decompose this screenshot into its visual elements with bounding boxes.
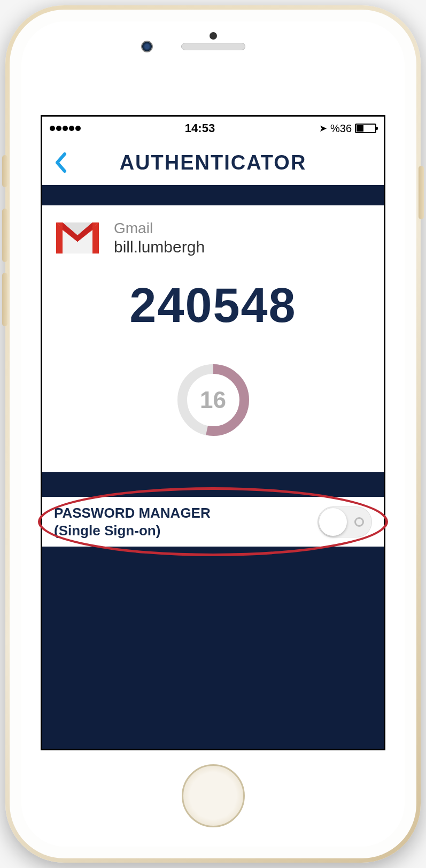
back-button[interactable] [48,149,74,176]
password-manager-label-line2: (Single Sign-on) [54,522,211,540]
countdown-seconds: 16 [173,360,253,440]
divider-band [42,185,384,205]
battery-icon [355,124,376,133]
bottom-area [42,547,384,749]
front-camera [141,41,153,52]
battery-percent: %36 [330,122,352,135]
gmail-icon [54,219,101,257]
volume-down-button [2,273,7,326]
mute-switch [2,155,7,187]
divider-band [42,472,384,497]
location-icon: ➤ [319,122,327,134]
proximity-sensor [210,32,217,40]
password-manager-toggle[interactable] [317,506,372,537]
nav-header: AUTHENTICATOR [42,140,384,185]
volume-up-button [2,209,7,262]
service-name: Gmail [114,220,205,237]
phone-frame: 14:53 ➤ %36 AUTHENTICATOR [5,5,421,863]
password-manager-row: PASSWORD MANAGER (Single Sign-on) [42,497,384,547]
account-card: Gmail bill.lumbergh 240548 16 [42,205,384,472]
password-manager-label-line1: PASSWORD MANAGER [54,504,211,522]
signal-strength-icon [50,126,81,131]
account-username: bill.lumbergh [114,238,205,256]
status-bar: 14:53 ➤ %36 [42,117,384,140]
home-button[interactable] [182,764,245,827]
chevron-left-icon [54,152,68,173]
status-time: 14:53 [185,121,215,135]
screen: 14:53 ➤ %36 AUTHENTICATOR [41,115,385,750]
password-manager-label: PASSWORD MANAGER (Single Sign-on) [54,504,211,539]
page-title: AUTHENTICATOR [42,151,384,174]
toggle-knob [319,508,347,536]
earpiece-speaker [181,43,245,50]
power-button [419,166,424,219]
toggle-off-indicator-icon [354,517,364,527]
countdown-timer: 16 [173,360,253,440]
otp-code: 240548 [54,278,372,333]
